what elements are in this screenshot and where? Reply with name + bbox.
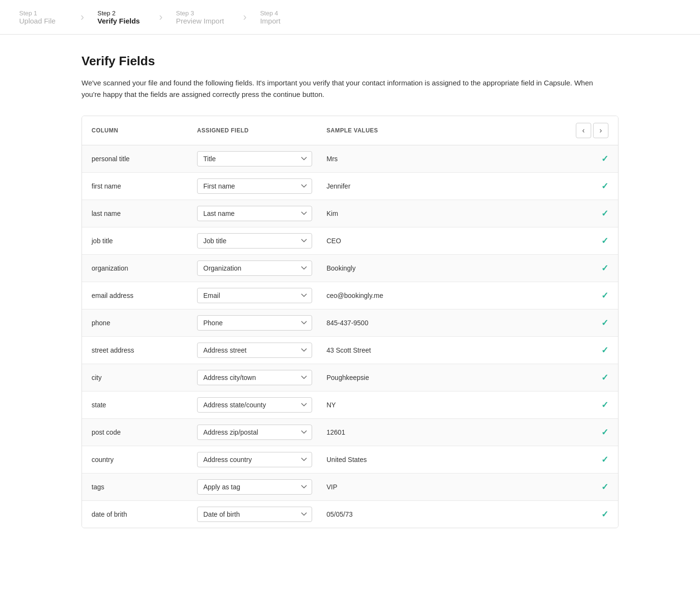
check-icon: ✓ xyxy=(601,454,608,465)
check-cell: ✓ xyxy=(589,400,608,410)
step-2-title: Verify Fields xyxy=(97,17,140,25)
table-row: personal title Title First name Last nam… xyxy=(82,145,618,173)
sample-value: Mrs xyxy=(327,155,589,163)
check-cell: ✓ xyxy=(589,290,608,301)
sample-value: Jennifer xyxy=(327,182,589,190)
assigned-field[interactable]: Phone Email Address street xyxy=(197,315,327,331)
assigned-select[interactable]: Date of birth Apply as tag Address count… xyxy=(197,507,312,522)
assigned-field[interactable]: Title First name Last name xyxy=(197,151,327,166)
table-row: post code Address zip/postal Address sta… xyxy=(82,419,618,446)
assigned-field[interactable]: Email Phone Organization xyxy=(197,288,327,303)
check-cell: ✓ xyxy=(589,454,608,465)
sample-value: 845-437-9500 xyxy=(327,319,589,327)
table-row: state Address state/county Address city/… xyxy=(82,391,618,419)
assigned-select[interactable]: Apply as tag Address country Date of bir… xyxy=(197,479,312,495)
table-row: country Address country Address zip/post… xyxy=(82,446,618,474)
check-icon: ✓ xyxy=(601,345,608,355)
check-icon: ✓ xyxy=(601,263,608,273)
check-icon: ✓ xyxy=(601,290,608,301)
sample-value: 43 Scott Street xyxy=(327,346,589,354)
step-4-title: Import xyxy=(260,17,280,25)
check-cell: ✓ xyxy=(589,181,608,191)
check-cell: ✓ xyxy=(589,372,608,383)
step-2: Step 2 Verify Fields xyxy=(88,0,155,34)
assigned-select[interactable]: Phone Email Address street xyxy=(197,315,312,331)
check-icon: ✓ xyxy=(601,509,608,520)
table-row: city Address city/town Address street Ad… xyxy=(82,364,618,391)
column-name: tags xyxy=(92,483,197,491)
fields-table: COLUMN ASSIGNED FIELD SAMPLE VALUES ‹ › … xyxy=(82,116,618,528)
assigned-field[interactable]: Address state/county Address city/town A… xyxy=(197,397,327,413)
assigned-select[interactable]: Title First name Last name xyxy=(197,151,312,166)
prev-button[interactable]: ‹ xyxy=(576,123,591,138)
column-name: country xyxy=(92,456,197,463)
sample-value: Bookingly xyxy=(327,264,589,272)
assigned-select[interactable]: Address country Address zip/postal Apply… xyxy=(197,452,312,467)
table-row: last name Last name First name Title Kim… xyxy=(82,200,618,227)
column-name: street address xyxy=(92,346,197,354)
sample-value: VIP xyxy=(327,483,589,491)
check-icon: ✓ xyxy=(601,482,608,492)
column-name: city xyxy=(92,374,197,381)
column-name: date of brith xyxy=(92,510,197,518)
assigned-field[interactable]: Date of birth Apply as tag Address count… xyxy=(197,507,327,522)
column-name: post code xyxy=(92,428,197,436)
assigned-field[interactable]: Job title First name Organization xyxy=(197,233,327,249)
table-row: street address Address street Address ci… xyxy=(82,337,618,364)
sample-value: CEO xyxy=(327,237,589,245)
step-1: Step 1 Upload File xyxy=(10,0,77,34)
table-row: first name First name Title Last name Je… xyxy=(82,173,618,200)
assigned-select[interactable]: Address street Address city/town Address… xyxy=(197,343,312,358)
assigned-field[interactable]: Organization Job title Email xyxy=(197,261,327,276)
step-2-label: Step 2 xyxy=(97,10,140,17)
step-4-label: Step 4 xyxy=(260,10,280,17)
page-description: We've scanned your file and found the fo… xyxy=(82,77,609,100)
assigned-select[interactable]: Address city/town Address street Address… xyxy=(197,370,312,385)
column-name: last name xyxy=(92,210,197,217)
step-3: Step 3 Preview Import xyxy=(166,0,239,34)
assigned-select[interactable]: Address state/county Address city/town A… xyxy=(197,397,312,413)
assigned-select[interactable]: Last name First name Title xyxy=(197,206,312,221)
column-name: first name xyxy=(92,182,197,190)
check-cell: ✓ xyxy=(589,427,608,438)
table-row: phone Phone Email Address street 845-437… xyxy=(82,309,618,337)
assigned-select[interactable]: Organization Job title Email xyxy=(197,261,312,276)
table-row: date of brith Date of birth Apply as tag… xyxy=(82,501,618,528)
col-assigned-header: ASSIGNED FIELD xyxy=(197,127,327,134)
check-cell: ✓ xyxy=(589,263,608,273)
assigned-field[interactable]: Apply as tag Address country Date of bir… xyxy=(197,479,327,495)
check-cell: ✓ xyxy=(589,154,608,164)
table-header: COLUMN ASSIGNED FIELD SAMPLE VALUES ‹ › xyxy=(82,116,618,145)
check-cell: ✓ xyxy=(589,509,608,520)
assigned-field[interactable]: Last name First name Title xyxy=(197,206,327,221)
column-name: email address xyxy=(92,292,197,299)
step-4: Step 4 Import xyxy=(250,0,317,34)
check-icon: ✓ xyxy=(601,208,608,219)
column-name: job title xyxy=(92,237,197,245)
col-column-header: COLUMN xyxy=(92,127,197,134)
check-icon: ✓ xyxy=(601,318,608,328)
check-icon: ✓ xyxy=(601,236,608,246)
assigned-field[interactable]: Address city/town Address street Address… xyxy=(197,370,327,385)
assigned-field[interactable]: First name Title Last name xyxy=(197,178,327,194)
assigned-select[interactable]: First name Title Last name xyxy=(197,178,312,194)
main-content: Verify Fields We've scanned your file an… xyxy=(72,35,628,557)
assigned-field[interactable]: Address country Address zip/postal Apply… xyxy=(197,452,327,467)
column-name: personal title xyxy=(92,155,197,163)
next-button[interactable]: › xyxy=(593,123,608,138)
assigned-field[interactable]: Address street Address city/town Address… xyxy=(197,343,327,358)
table-row: organization Organization Job title Emai… xyxy=(82,255,618,282)
sample-value: ceo@bookingly.me xyxy=(327,292,589,299)
assigned-select[interactable]: Job title First name Organization xyxy=(197,233,312,249)
stepper: Step 1 Upload File › Step 2 Verify Field… xyxy=(0,0,700,35)
check-cell: ✓ xyxy=(589,482,608,492)
sample-value: Kim xyxy=(327,210,589,217)
column-name: state xyxy=(92,401,197,409)
assigned-select[interactable]: Address zip/postal Address state/county … xyxy=(197,425,312,440)
sample-value: United States xyxy=(327,456,589,463)
check-icon: ✓ xyxy=(601,154,608,164)
step-1-title: Upload File xyxy=(19,17,56,25)
assigned-field[interactable]: Address zip/postal Address state/county … xyxy=(197,425,327,440)
assigned-select[interactable]: Email Phone Organization xyxy=(197,288,312,303)
table-row: tags Apply as tag Address country Date o… xyxy=(82,474,618,501)
